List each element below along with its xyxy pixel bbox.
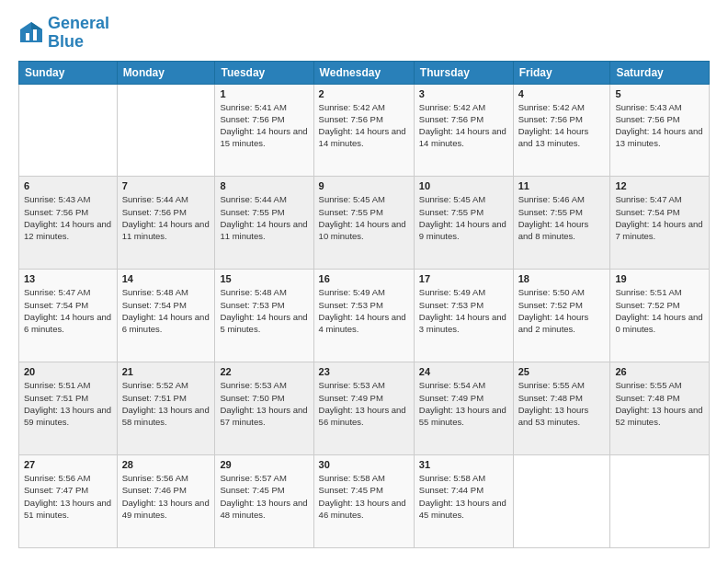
day-number: 23 (319, 366, 409, 377)
day-info: Sunrise: 5:51 AMSunset: 7:52 PMDaylight:… (615, 286, 704, 335)
day-info: Sunrise: 5:57 AMSunset: 7:45 PMDaylight:… (220, 472, 308, 521)
day-info: Sunrise: 5:43 AMSunset: 7:56 PMDaylight:… (615, 101, 704, 150)
day-info: Sunrise: 5:44 AMSunset: 7:56 PMDaylight:… (122, 193, 210, 242)
calendar-cell: 24Sunrise: 5:54 AMSunset: 7:49 PMDayligh… (414, 362, 513, 455)
logo-icon (18, 20, 44, 46)
svg-marker-1 (31, 22, 42, 29)
calendar-cell: 17Sunrise: 5:49 AMSunset: 7:53 PMDayligh… (414, 270, 513, 362)
day-number: 4 (518, 88, 606, 99)
day-info: Sunrise: 5:50 AMSunset: 7:52 PMDaylight:… (518, 286, 606, 335)
day-number: 29 (220, 459, 308, 470)
calendar-cell: 3Sunrise: 5:42 AMSunset: 7:56 PMDaylight… (414, 84, 513, 177)
calendar-cell: 8Sunrise: 5:44 AMSunset: 7:55 PMDaylight… (215, 177, 313, 270)
day-number: 1 (220, 88, 308, 99)
calendar-cell: 1Sunrise: 5:41 AMSunset: 7:56 PMDaylight… (215, 84, 313, 177)
day-info: Sunrise: 5:41 AMSunset: 7:56 PMDaylight:… (220, 101, 308, 150)
calendar-cell: 23Sunrise: 5:53 AMSunset: 7:49 PMDayligh… (313, 362, 414, 455)
calendar-cell: 11Sunrise: 5:46 AMSunset: 7:55 PMDayligh… (513, 177, 610, 270)
logo: General Blue (18, 15, 109, 52)
day-number: 8 (220, 180, 308, 191)
day-info: Sunrise: 5:53 AMSunset: 7:49 PMDaylight:… (319, 379, 409, 428)
day-number: 18 (518, 273, 606, 284)
day-number: 26 (615, 366, 704, 377)
calendar-cell: 7Sunrise: 5:44 AMSunset: 7:56 PMDaylight… (117, 177, 215, 270)
day-number: 14 (122, 273, 210, 284)
day-number: 3 (419, 88, 508, 99)
weekday-header: Saturday (610, 61, 710, 84)
page: General Blue SundayMondayTuesdayWednesda… (0, 0, 728, 563)
day-number: 16 (319, 273, 409, 284)
day-info: Sunrise: 5:49 AMSunset: 7:53 PMDaylight:… (419, 286, 508, 335)
calendar-cell: 16Sunrise: 5:49 AMSunset: 7:53 PMDayligh… (313, 270, 414, 362)
calendar-cell: 15Sunrise: 5:48 AMSunset: 7:53 PMDayligh… (215, 270, 313, 362)
day-info: Sunrise: 5:49 AMSunset: 7:53 PMDaylight:… (319, 286, 409, 335)
day-info: Sunrise: 5:43 AMSunset: 7:56 PMDaylight:… (24, 193, 112, 242)
day-info: Sunrise: 5:51 AMSunset: 7:51 PMDaylight:… (24, 379, 112, 428)
calendar: SundayMondayTuesdayWednesdayThursdayFrid… (18, 61, 710, 548)
calendar-cell: 18Sunrise: 5:50 AMSunset: 7:52 PMDayligh… (513, 270, 610, 362)
day-info: Sunrise: 5:42 AMSunset: 7:56 PMDaylight:… (518, 101, 606, 150)
day-info: Sunrise: 5:58 AMSunset: 7:45 PMDaylight:… (319, 472, 409, 521)
svg-rect-3 (33, 29, 37, 40)
day-number: 20 (24, 366, 112, 377)
day-number: 5 (615, 88, 704, 99)
calendar-cell: 5Sunrise: 5:43 AMSunset: 7:56 PMDaylight… (610, 84, 710, 177)
calendar-cell: 21Sunrise: 5:52 AMSunset: 7:51 PMDayligh… (117, 362, 215, 455)
day-number: 31 (419, 459, 508, 470)
day-info: Sunrise: 5:58 AMSunset: 7:44 PMDaylight:… (419, 472, 508, 521)
day-info: Sunrise: 5:53 AMSunset: 7:50 PMDaylight:… (220, 379, 308, 428)
calendar-cell: 12Sunrise: 5:47 AMSunset: 7:54 PMDayligh… (610, 177, 710, 270)
calendar-cell: 13Sunrise: 5:47 AMSunset: 7:54 PMDayligh… (19, 270, 118, 362)
day-number: 28 (122, 459, 210, 470)
day-info: Sunrise: 5:45 AMSunset: 7:55 PMDaylight:… (319, 193, 409, 242)
calendar-cell: 9Sunrise: 5:45 AMSunset: 7:55 PMDaylight… (313, 177, 414, 270)
day-number: 22 (220, 366, 308, 377)
weekday-header: Wednesday (313, 61, 414, 84)
day-info: Sunrise: 5:56 AMSunset: 7:46 PMDaylight:… (122, 472, 210, 521)
day-number: 11 (518, 180, 606, 191)
day-number: 27 (24, 459, 112, 470)
day-info: Sunrise: 5:45 AMSunset: 7:55 PMDaylight:… (419, 193, 508, 242)
day-number: 17 (419, 273, 508, 284)
day-number: 24 (419, 366, 508, 377)
day-number: 25 (518, 366, 606, 377)
calendar-cell (610, 455, 710, 548)
calendar-cell: 31Sunrise: 5:58 AMSunset: 7:44 PMDayligh… (414, 455, 513, 548)
calendar-cell: 19Sunrise: 5:51 AMSunset: 7:52 PMDayligh… (610, 270, 710, 362)
day-number: 10 (419, 180, 508, 191)
calendar-cell: 10Sunrise: 5:45 AMSunset: 7:55 PMDayligh… (414, 177, 513, 270)
day-number: 2 (319, 88, 409, 99)
day-info: Sunrise: 5:47 AMSunset: 7:54 PMDaylight:… (615, 193, 704, 242)
day-info: Sunrise: 5:56 AMSunset: 7:47 PMDaylight:… (24, 472, 112, 521)
weekday-header: Friday (513, 61, 610, 84)
weekday-header: Monday (117, 61, 215, 84)
calendar-cell: 14Sunrise: 5:48 AMSunset: 7:54 PMDayligh… (117, 270, 215, 362)
svg-rect-2 (26, 33, 29, 40)
day-number: 21 (122, 366, 210, 377)
day-number: 9 (319, 180, 409, 191)
calendar-cell: 2Sunrise: 5:42 AMSunset: 7:56 PMDaylight… (313, 84, 414, 177)
calendar-cell: 26Sunrise: 5:55 AMSunset: 7:48 PMDayligh… (610, 362, 710, 455)
day-info: Sunrise: 5:42 AMSunset: 7:56 PMDaylight:… (319, 101, 409, 150)
day-info: Sunrise: 5:52 AMSunset: 7:51 PMDaylight:… (122, 379, 210, 428)
day-info: Sunrise: 5:55 AMSunset: 7:48 PMDaylight:… (518, 379, 606, 428)
day-number: 7 (122, 180, 210, 191)
header: General Blue (18, 15, 710, 52)
day-number: 12 (615, 180, 704, 191)
calendar-cell: 6Sunrise: 5:43 AMSunset: 7:56 PMDaylight… (19, 177, 118, 270)
calendar-cell (513, 455, 610, 548)
calendar-cell: 27Sunrise: 5:56 AMSunset: 7:47 PMDayligh… (19, 455, 118, 548)
calendar-cell: 25Sunrise: 5:55 AMSunset: 7:48 PMDayligh… (513, 362, 610, 455)
calendar-cell: 29Sunrise: 5:57 AMSunset: 7:45 PMDayligh… (215, 455, 313, 548)
calendar-cell: 28Sunrise: 5:56 AMSunset: 7:46 PMDayligh… (117, 455, 215, 548)
day-info: Sunrise: 5:48 AMSunset: 7:54 PMDaylight:… (122, 286, 210, 335)
day-info: Sunrise: 5:55 AMSunset: 7:48 PMDaylight:… (615, 379, 704, 428)
day-info: Sunrise: 5:47 AMSunset: 7:54 PMDaylight:… (24, 286, 112, 335)
day-number: 15 (220, 273, 308, 284)
weekday-header: Sunday (19, 61, 118, 84)
calendar-cell: 30Sunrise: 5:58 AMSunset: 7:45 PMDayligh… (313, 455, 414, 548)
day-number: 19 (615, 273, 704, 284)
calendar-cell: 22Sunrise: 5:53 AMSunset: 7:50 PMDayligh… (215, 362, 313, 455)
calendar-cell (19, 84, 118, 177)
day-info: Sunrise: 5:54 AMSunset: 7:49 PMDaylight:… (419, 379, 508, 428)
